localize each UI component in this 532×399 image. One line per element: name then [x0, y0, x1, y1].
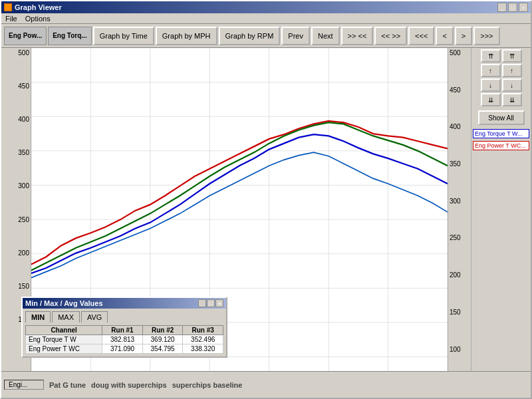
row2-run1: 371.090 — [102, 344, 143, 354]
row2-channel: Eng Power T WC — [26, 344, 102, 354]
maximize-button[interactable]: □ — [508, 3, 517, 12]
right-button[interactable]: > — [455, 27, 472, 45]
toolbar: Eng Pow... Eng Torq... Graph by Time Gra… — [1, 24, 531, 48]
status-bar: Engi... Pat G tune doug with superchips … — [1, 371, 531, 398]
min-max-dialog: Min / Max / Avg Values _ □ × MIN MAX AVG… — [21, 297, 227, 358]
dialog-body: MIN MAX AVG Channel Run #1 Run #2 Run #3 — [23, 309, 226, 356]
dialog-close-button[interactable]: × — [215, 299, 223, 307]
scroll-up-left-button[interactable]: ⇈ — [481, 49, 501, 63]
menu-file[interactable]: File — [4, 15, 19, 23]
status-superchips: superchips baseline — [172, 381, 243, 389]
close-button[interactable]: × — [519, 3, 528, 12]
table-row: Eng Power T WC 371.090 354.795 338.320 — [26, 344, 223, 354]
red-line — [31, 121, 448, 264]
row1-run1: 382.813 — [102, 335, 143, 344]
col-run3: Run #3 — [183, 326, 223, 335]
title-bar: Graph Viewer _ □ × — [1, 1, 531, 13]
menu-options[interactable]: Options — [24, 15, 52, 23]
app-icon — [4, 3, 12, 11]
dialog-maximize-button[interactable]: □ — [207, 299, 215, 307]
blue-line-2 — [31, 152, 448, 278]
legend-eng-power: Eng Power T WC... — [473, 141, 529, 150]
table-row: Eng Torque T W 382.813 369.120 352.496 — [26, 335, 223, 344]
scroll-up2-row: ↑ ↑ — [481, 64, 522, 77]
row2-run3: 338.320 — [183, 344, 223, 354]
graph-by-mph-button[interactable]: Graph by MPH — [156, 27, 217, 45]
scroll-down-right-button[interactable]: ⇊ — [502, 93, 522, 106]
window-title: Graph Viewer — [15, 3, 62, 11]
tab-avg[interactable]: AVG — [81, 311, 108, 323]
left-button[interactable]: < — [436, 27, 453, 45]
dialog-overlay: Min / Max / Avg Values _ □ × MIN MAX AVG… — [21, 297, 227, 358]
scroll-down-row: ↓ ↓ — [481, 78, 522, 92]
zoom-out-button[interactable]: << >> — [374, 27, 407, 45]
tab-max[interactable]: MAX — [52, 311, 80, 323]
prev-button[interactable]: Prev — [281, 27, 310, 45]
title-bar-buttons[interactable]: _ □ × — [497, 3, 528, 12]
scroll-up-row: ⇈ ⇈ — [481, 49, 522, 63]
tab-min[interactable]: MIN — [25, 311, 51, 323]
scroll-down-left-button[interactable]: ⇊ — [481, 93, 501, 106]
dialog-title-text: Min / Max / Avg Values — [25, 299, 103, 307]
right-jump-button[interactable]: >>> — [473, 27, 499, 45]
green-line — [31, 122, 448, 270]
scroll-up-right-button[interactable]: ⇈ — [502, 49, 522, 63]
status-engi: Engi... — [4, 380, 44, 390]
blue-line-1 — [31, 134, 448, 273]
col-channel: Channel — [26, 326, 102, 335]
eng-pow-label: Eng Pow... — [4, 27, 47, 45]
dialog-title-bar: Min / Max / Avg Values _ □ × — [23, 298, 226, 309]
status-pat-g: Pat G tune — [49, 381, 86, 389]
zoom-in-button[interactable]: >> << — [341, 27, 374, 45]
next-button[interactable]: Next — [311, 27, 340, 45]
eng-torq-label: Eng Torq... — [48, 27, 91, 45]
graph-by-rpm-button[interactable]: Graph by RPM — [219, 27, 281, 45]
up-right-button[interactable]: ↑ — [502, 64, 522, 77]
down-right-button[interactable]: ↓ — [502, 78, 522, 92]
row1-channel: Eng Torque T W — [26, 335, 102, 344]
dialog-table: Channel Run #1 Run #2 Run #3 Eng Torque … — [25, 325, 223, 354]
row1-run3: 352.496 — [183, 335, 223, 344]
minimize-button[interactable]: _ — [497, 3, 507, 12]
status-doug: doug with superchips — [91, 381, 167, 389]
title-bar-left: Graph Viewer — [4, 3, 62, 11]
show-all-button[interactable]: Show All — [478, 110, 525, 125]
col-run2: Run #2 — [142, 326, 183, 335]
col-run1: Run #1 — [102, 326, 143, 335]
row1-run2: 369.120 — [142, 335, 183, 344]
y-axis-right: 500 450 400 350 300 250 200 150 100 50 — [448, 48, 471, 371]
left-jump-button[interactable]: <<< — [408, 27, 434, 45]
graph-by-time-button[interactable]: Graph by Time — [93, 27, 154, 45]
dialog-title-buttons[interactable]: _ □ × — [198, 299, 223, 307]
dialog-tabs: MIN MAX AVG — [25, 311, 223, 323]
row2-run2: 354.795 — [142, 344, 183, 354]
app-window: Graph Viewer _ □ × File Options Eng Pow.… — [0, 0, 532, 399]
up-left-button[interactable]: ↑ — [481, 64, 501, 77]
legend-eng-torque: Eng Torque T W... — [473, 129, 529, 138]
right-panel: ⇈ ⇈ ↑ ↑ ↓ ↓ ⇊ ⇊ Show All — [471, 48, 531, 371]
scroll-down2-row: ⇊ ⇊ — [481, 93, 522, 106]
dialog-minimize-button[interactable]: _ — [198, 299, 206, 307]
down-left-button[interactable]: ↓ — [481, 78, 501, 92]
menu-bar: File Options — [1, 13, 531, 24]
